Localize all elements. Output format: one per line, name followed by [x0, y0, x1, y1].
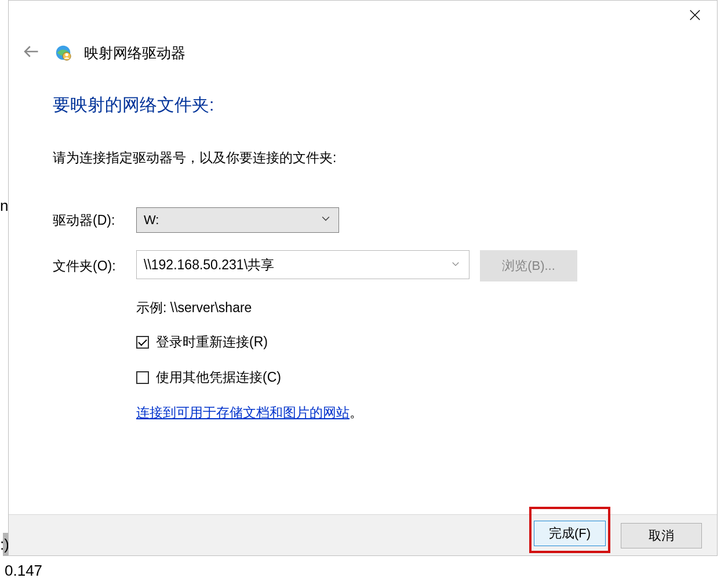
instruction-text: 请为连接指定驱动器号，以及你要连接的文件夹: [53, 149, 615, 167]
back-button[interactable] [19, 41, 42, 64]
background-text-num: 0.147 [5, 562, 42, 578]
dialog-content: 要映射的网络文件夹: 请为连接指定驱动器号，以及你要连接的文件夹: 驱动器(D)… [53, 93, 615, 422]
reconnect-checkbox-row: 登录时重新连接(R) [136, 333, 615, 351]
svg-point-5 [65, 53, 68, 56]
drive-select-value: W: [144, 213, 159, 228]
close-button[interactable] [681, 4, 709, 28]
drive-label: 驱动器(D): [53, 211, 136, 229]
connect-website-line: 连接到可用于存储文档和图片的网站。 [136, 404, 615, 422]
reconnect-checkbox[interactable] [136, 336, 149, 349]
folder-combobox-value: \\192.168.50.231\共享 [144, 256, 274, 274]
example-text: 示例: \\server\share [136, 299, 615, 317]
connect-website-link[interactable]: 连接到可用于存储文档和图片的网站 [136, 405, 350, 420]
cancel-button-label: 取消 [649, 527, 674, 544]
drive-select[interactable]: W: [136, 207, 339, 233]
cancel-button[interactable]: 取消 [621, 523, 702, 548]
dialog-titlebar [9, 1, 717, 32]
chevron-down-icon [450, 257, 461, 273]
close-icon [689, 8, 701, 25]
back-arrow-icon [22, 43, 39, 63]
other-credentials-checkbox[interactable] [136, 371, 149, 384]
folder-row: 文件夹(O): \\192.168.50.231\共享 浏览(B)... [53, 250, 615, 281]
other-credentials-checkbox-row: 使用其他凭据连接(C) [136, 368, 615, 386]
folder-combobox[interactable]: \\192.168.50.231\共享 [136, 250, 469, 279]
finish-highlight-box: 完成(F) [529, 507, 610, 553]
chevron-down-icon [320, 213, 332, 228]
browse-button: 浏览(B)... [480, 250, 577, 281]
dialog-header: 映射网络驱动器 [19, 41, 185, 64]
finish-button[interactable]: 完成(F) [534, 521, 606, 546]
link-period: 。 [350, 405, 363, 420]
browse-button-label: 浏览(B)... [502, 257, 555, 275]
headline: 要映射的网络文件夹: [53, 93, 615, 117]
drive-row: 驱动器(D): W: [53, 207, 615, 233]
reconnect-checkbox-label: 登录时重新连接(R) [156, 333, 268, 351]
network-drive-icon [55, 45, 71, 61]
folder-label: 文件夹(O): [53, 250, 136, 275]
finish-button-label: 完成(F) [549, 525, 591, 542]
map-network-drive-dialog: 映射网络驱动器 要映射的网络文件夹: 请为连接指定驱动器号，以及你要连接的文件夹… [8, 0, 718, 556]
dialog-title: 映射网络驱动器 [84, 43, 185, 63]
other-credentials-checkbox-label: 使用其他凭据连接(C) [156, 368, 281, 386]
dialog-footer: 完成(F) 取消 [9, 514, 717, 555]
